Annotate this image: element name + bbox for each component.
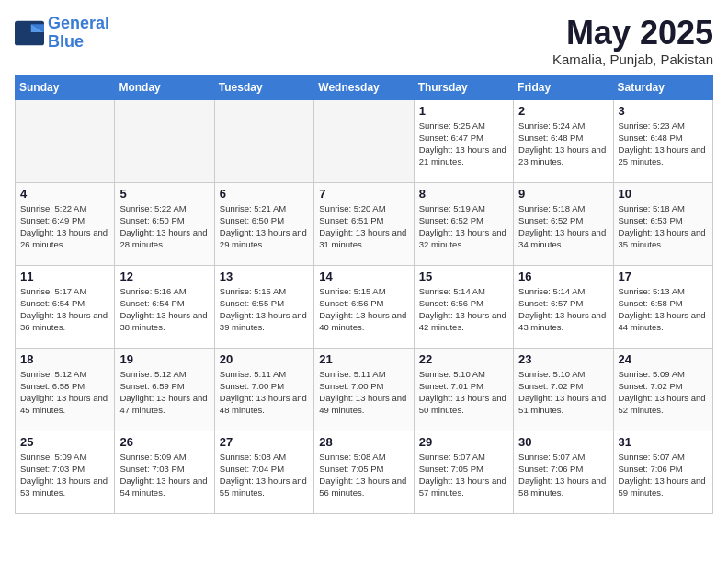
day-of-week-header: Saturday bbox=[613, 75, 712, 99]
day-number: 6 bbox=[220, 187, 309, 201]
day-number: 1 bbox=[419, 104, 508, 118]
day-number: 27 bbox=[220, 435, 309, 449]
calendar-cell bbox=[16, 99, 115, 182]
calendar-cell: 22Sunrise: 5:10 AM Sunset: 7:01 PM Dayli… bbox=[414, 348, 513, 431]
logo: GeneralBlue bbox=[15, 15, 109, 52]
day-number: 11 bbox=[20, 270, 109, 283]
day-number: 14 bbox=[319, 270, 408, 283]
day-info: Sunrise: 5:18 AM Sunset: 6:52 PM Dayligh… bbox=[518, 202, 608, 251]
calendar-cell: 19Sunrise: 5:12 AM Sunset: 6:59 PM Dayli… bbox=[115, 348, 214, 431]
day-info: Sunrise: 5:07 AM Sunset: 7:06 PM Dayligh… bbox=[518, 451, 608, 500]
calendar-header-row: SundayMondayTuesdayWednesdayThursdayFrid… bbox=[16, 75, 713, 99]
day-number: 13 bbox=[220, 270, 309, 283]
day-info: Sunrise: 5:14 AM Sunset: 6:56 PM Dayligh… bbox=[419, 285, 508, 334]
day-info: Sunrise: 5:07 AM Sunset: 7:05 PM Dayligh… bbox=[419, 451, 508, 500]
day-info: Sunrise: 5:10 AM Sunset: 7:02 PM Dayligh… bbox=[518, 368, 608, 417]
title-block: May 2025 Kamalia, Punjab, Pakistan bbox=[552, 15, 713, 67]
day-info: Sunrise: 5:15 AM Sunset: 6:56 PM Dayligh… bbox=[319, 285, 408, 334]
day-number: 4 bbox=[20, 187, 109, 201]
calendar-cell: 24Sunrise: 5:09 AM Sunset: 7:02 PM Dayli… bbox=[613, 348, 712, 431]
day-info: Sunrise: 5:17 AM Sunset: 6:54 PM Dayligh… bbox=[20, 285, 109, 334]
day-number: 25 bbox=[20, 435, 109, 449]
page-header: GeneralBlue May 2025 Kamalia, Punjab, Pa… bbox=[15, 15, 713, 67]
day-number: 9 bbox=[518, 187, 608, 201]
calendar-cell: 28Sunrise: 5:08 AM Sunset: 7:05 PM Dayli… bbox=[314, 431, 414, 513]
day-info: Sunrise: 5:22 AM Sunset: 6:50 PM Dayligh… bbox=[119, 202, 209, 251]
location: Kamalia, Punjab, Pakistan bbox=[552, 52, 713, 67]
day-of-week-header: Tuesday bbox=[214, 75, 313, 99]
day-info: Sunrise: 5:21 AM Sunset: 6:50 PM Dayligh… bbox=[220, 202, 309, 251]
calendar-cell: 1Sunrise: 5:25 AM Sunset: 6:47 PM Daylig… bbox=[414, 99, 513, 182]
day-number: 22 bbox=[419, 352, 508, 366]
calendar-cell: 30Sunrise: 5:07 AM Sunset: 7:06 PM Dayli… bbox=[514, 431, 613, 513]
calendar-cell: 15Sunrise: 5:14 AM Sunset: 6:56 PM Dayli… bbox=[414, 265, 513, 348]
calendar-cell bbox=[115, 99, 214, 182]
calendar-cell: 11Sunrise: 5:17 AM Sunset: 6:54 PM Dayli… bbox=[16, 265, 115, 348]
calendar-week-row: 4Sunrise: 5:22 AM Sunset: 6:49 PM Daylig… bbox=[16, 182, 713, 265]
calendar-cell: 2Sunrise: 5:24 AM Sunset: 6:48 PM Daylig… bbox=[514, 99, 613, 182]
calendar-cell: 20Sunrise: 5:11 AM Sunset: 7:00 PM Dayli… bbox=[214, 348, 313, 431]
calendar-cell: 16Sunrise: 5:14 AM Sunset: 6:57 PM Dayli… bbox=[514, 265, 613, 348]
day-info: Sunrise: 5:09 AM Sunset: 7:03 PM Dayligh… bbox=[119, 451, 209, 500]
day-number: 8 bbox=[419, 187, 508, 201]
day-info: Sunrise: 5:12 AM Sunset: 6:58 PM Dayligh… bbox=[20, 368, 109, 417]
day-number: 24 bbox=[619, 352, 708, 366]
day-number: 29 bbox=[419, 435, 508, 449]
day-info: Sunrise: 5:24 AM Sunset: 6:48 PM Dayligh… bbox=[518, 120, 608, 168]
day-number: 18 bbox=[20, 352, 109, 366]
day-info: Sunrise: 5:22 AM Sunset: 6:49 PM Dayligh… bbox=[20, 202, 109, 251]
day-info: Sunrise: 5:15 AM Sunset: 6:55 PM Dayligh… bbox=[220, 285, 309, 334]
day-number: 19 bbox=[119, 352, 209, 366]
calendar-week-row: 25Sunrise: 5:09 AM Sunset: 7:03 PM Dayli… bbox=[16, 431, 713, 513]
day-number: 5 bbox=[119, 187, 209, 201]
calendar-cell: 25Sunrise: 5:09 AM Sunset: 7:03 PM Dayli… bbox=[16, 431, 115, 513]
day-number: 7 bbox=[319, 187, 408, 201]
day-number: 16 bbox=[518, 270, 608, 283]
calendar-cell: 10Sunrise: 5:18 AM Sunset: 6:53 PM Dayli… bbox=[613, 182, 712, 265]
calendar-cell: 17Sunrise: 5:13 AM Sunset: 6:58 PM Dayli… bbox=[613, 265, 712, 348]
day-info: Sunrise: 5:08 AM Sunset: 7:04 PM Dayligh… bbox=[220, 451, 309, 500]
calendar-cell: 14Sunrise: 5:15 AM Sunset: 6:56 PM Dayli… bbox=[314, 265, 414, 348]
day-info: Sunrise: 5:07 AM Sunset: 7:06 PM Dayligh… bbox=[619, 451, 708, 500]
day-info: Sunrise: 5:12 AM Sunset: 6:59 PM Dayligh… bbox=[119, 368, 209, 417]
day-info: Sunrise: 5:23 AM Sunset: 6:48 PM Dayligh… bbox=[619, 120, 708, 168]
day-info: Sunrise: 5:13 AM Sunset: 6:58 PM Dayligh… bbox=[619, 285, 708, 334]
logo-icon bbox=[15, 20, 44, 46]
calendar-cell bbox=[214, 99, 313, 182]
day-number: 23 bbox=[518, 352, 608, 366]
calendar-cell: 12Sunrise: 5:16 AM Sunset: 6:54 PM Dayli… bbox=[115, 265, 214, 348]
day-number: 17 bbox=[619, 270, 708, 283]
calendar-cell: 27Sunrise: 5:08 AM Sunset: 7:04 PM Dayli… bbox=[214, 431, 313, 513]
day-number: 28 bbox=[319, 435, 408, 449]
logo-text: GeneralBlue bbox=[48, 15, 109, 52]
day-info: Sunrise: 5:09 AM Sunset: 7:03 PM Dayligh… bbox=[20, 451, 109, 500]
day-number: 12 bbox=[119, 270, 209, 283]
day-info: Sunrise: 5:25 AM Sunset: 6:47 PM Dayligh… bbox=[419, 120, 508, 168]
calendar-cell: 6Sunrise: 5:21 AM Sunset: 6:50 PM Daylig… bbox=[214, 182, 313, 265]
day-number: 26 bbox=[119, 435, 209, 449]
calendar-cell: 26Sunrise: 5:09 AM Sunset: 7:03 PM Dayli… bbox=[115, 431, 214, 513]
day-info: Sunrise: 5:20 AM Sunset: 6:51 PM Dayligh… bbox=[319, 202, 408, 251]
day-info: Sunrise: 5:11 AM Sunset: 7:00 PM Dayligh… bbox=[220, 368, 309, 417]
calendar-week-row: 18Sunrise: 5:12 AM Sunset: 6:58 PM Dayli… bbox=[16, 348, 713, 431]
day-number: 10 bbox=[619, 187, 708, 201]
day-info: Sunrise: 5:10 AM Sunset: 7:01 PM Dayligh… bbox=[419, 368, 508, 417]
calendar-cell: 9Sunrise: 5:18 AM Sunset: 6:52 PM Daylig… bbox=[514, 182, 613, 265]
calendar-cell: 4Sunrise: 5:22 AM Sunset: 6:49 PM Daylig… bbox=[16, 182, 115, 265]
calendar-cell: 21Sunrise: 5:11 AM Sunset: 7:00 PM Dayli… bbox=[314, 348, 414, 431]
calendar-cell: 5Sunrise: 5:22 AM Sunset: 6:50 PM Daylig… bbox=[115, 182, 214, 265]
calendar-cell: 8Sunrise: 5:19 AM Sunset: 6:52 PM Daylig… bbox=[414, 182, 513, 265]
day-of-week-header: Friday bbox=[514, 75, 613, 99]
calendar-table: SundayMondayTuesdayWednesdayThursdayFrid… bbox=[15, 75, 713, 514]
day-info: Sunrise: 5:16 AM Sunset: 6:54 PM Dayligh… bbox=[119, 285, 209, 334]
calendar-cell: 7Sunrise: 5:20 AM Sunset: 6:51 PM Daylig… bbox=[314, 182, 414, 265]
day-number: 30 bbox=[518, 435, 608, 449]
calendar-cell: 31Sunrise: 5:07 AM Sunset: 7:06 PM Dayli… bbox=[613, 431, 712, 513]
calendar-cell bbox=[314, 99, 414, 182]
day-of-week-header: Wednesday bbox=[314, 75, 414, 99]
day-info: Sunrise: 5:09 AM Sunset: 7:02 PM Dayligh… bbox=[619, 368, 708, 417]
day-info: Sunrise: 5:14 AM Sunset: 6:57 PM Dayligh… bbox=[518, 285, 608, 334]
day-info: Sunrise: 5:08 AM Sunset: 7:05 PM Dayligh… bbox=[319, 451, 408, 500]
calendar-week-row: 1Sunrise: 5:25 AM Sunset: 6:47 PM Daylig… bbox=[16, 99, 713, 182]
day-of-week-header: Thursday bbox=[414, 75, 513, 99]
